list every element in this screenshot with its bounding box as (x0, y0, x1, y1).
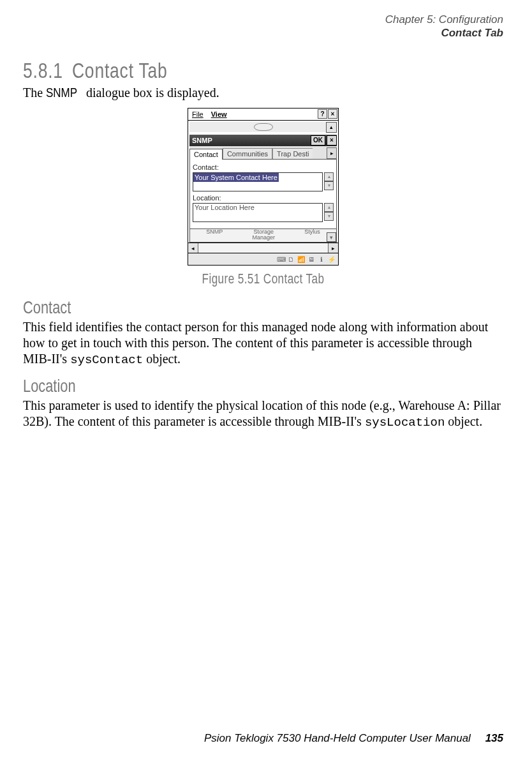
code-syslocation: sysLocation (365, 416, 445, 430)
intro-text: The SNMP dialogue box is displayed. (23, 86, 503, 100)
system-tray: ⌨ 🗋 📶 🖥 ℹ ⚡ (188, 253, 339, 266)
tray-screen-icon[interactable]: 🖥 (307, 256, 315, 263)
dialog-close-button[interactable]: × (327, 135, 337, 146)
tab-panel: Contact: Your System Contact Here ▴ ▾ Lo… (189, 160, 337, 229)
tray-doc-icon[interactable]: 🗋 (287, 256, 295, 263)
scroll-down-button[interactable]: ▾ (327, 232, 336, 242)
chapter-section: Contact Tab (23, 26, 503, 40)
contact-label: Contact: (193, 163, 334, 171)
icon-storage-manager[interactable]: Storage Manager (252, 229, 275, 241)
location-scroll-down[interactable]: ▾ (324, 212, 334, 221)
tray-power-icon[interactable]: ⚡ (328, 256, 336, 263)
menu-file[interactable]: File (188, 110, 207, 118)
icon-stylus[interactable]: Stylus (304, 229, 320, 241)
tab-communities[interactable]: Communities (223, 148, 272, 159)
para-location: This parameter is used to identify the p… (23, 398, 503, 431)
figure-caption: Figure 5.51 Contact Tab (76, 271, 450, 287)
location-scroll-up[interactable]: ▴ (324, 203, 334, 212)
close-button[interactable]: × (328, 109, 337, 119)
hscroll-right[interactable]: ▸ (328, 243, 338, 253)
menu-bar: File View ? × (188, 108, 339, 120)
contact-scroll-up[interactable]: ▴ (324, 172, 334, 181)
subhead-contact: Contact (23, 297, 397, 318)
hscroll-track[interactable] (198, 243, 328, 253)
code-syscontact: sysContact (70, 353, 143, 367)
icon-snmp[interactable]: SNMP (206, 229, 223, 241)
chapter-header: Chapter 5: Configuration Contact Tab (23, 13, 503, 40)
footer-text: Psion Teklogix 7530 Hand-Held Computer U… (204, 732, 471, 744)
snmp-label: SNMP (46, 86, 77, 100)
tab-contact[interactable]: Contact (189, 149, 223, 160)
dialog-title: SNMP (192, 137, 212, 144)
location-label: Location: (193, 194, 334, 202)
tab-scroll-right[interactable]: ▸ (327, 147, 337, 159)
scroll-up-button[interactable]: ▴ (326, 122, 337, 133)
tray-info-icon[interactable]: ℹ (318, 256, 325, 263)
section-heading: 5.8.1Contact Tab (23, 58, 397, 83)
tray-signal-icon[interactable]: 📶 (297, 256, 305, 263)
location-input[interactable]: Your Location Here (193, 203, 323, 222)
tab-strip: Contact Communities Trap Desti ▸ (189, 146, 337, 160)
subhead-location: Location (23, 376, 397, 396)
section-number: 5.8.1 (23, 58, 63, 82)
page-number: 135 (485, 732, 503, 744)
menu-view[interactable]: View (207, 110, 231, 118)
location-value: Your Location Here (193, 203, 256, 212)
section-title: Contact Tab (72, 58, 168, 82)
ok-button[interactable]: OK (311, 135, 325, 146)
tab-trap-destinations[interactable]: Trap Desti (272, 148, 313, 159)
contact-input[interactable]: Your System Contact Here (193, 172, 323, 191)
contact-scroll-down[interactable]: ▾ (324, 181, 334, 190)
tray-keyboard-icon[interactable]: ⌨ (277, 256, 284, 263)
dialog-titlebar: SNMP OK × (189, 135, 337, 146)
footer: Psion Teklogix 7530 Hand-Held Computer U… (204, 732, 503, 745)
help-button[interactable]: ? (318, 109, 327, 119)
para-contact: This field identifies the contact person… (23, 319, 503, 368)
hscroll-left[interactable]: ◂ (188, 243, 198, 253)
chapter-line: Chapter 5: Configuration (23, 13, 503, 26)
contact-value: Your System Contact Here (193, 173, 279, 182)
hat-icon (254, 123, 273, 131)
screenshot: File View ? × ▴ SNMP OK × Contact (188, 108, 339, 266)
horizontal-scrollbar[interactable]: ◂ ▸ (188, 243, 339, 253)
desktop-icons: SNMP Storage Manager Stylus ▾ (189, 229, 337, 243)
desktop-bg-row: ▴ (189, 122, 337, 132)
